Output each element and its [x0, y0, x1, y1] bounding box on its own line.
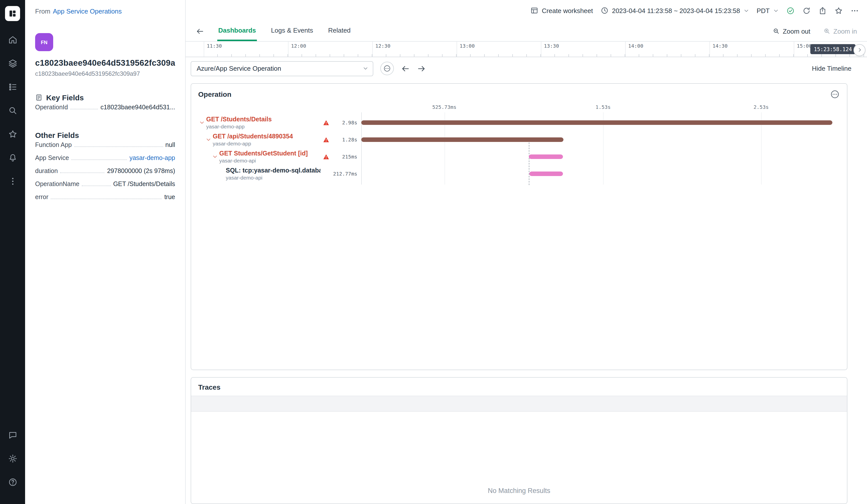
- span-row[interactable]: GET /Students/Details yasar-demo-app 2.9…: [191, 114, 847, 131]
- chevron-down-icon[interactable]: [206, 137, 213, 143]
- span-name[interactable]: SQL: tcp:yasar-demo-sql.databa...: [226, 167, 321, 174]
- span-row[interactable]: GET Students/GetStudent [id] yasar-demo-…: [191, 149, 847, 165]
- span-service: yasar-demo-app: [213, 141, 321, 147]
- prev-arrow-icon[interactable]: [401, 64, 410, 73]
- span-bar[interactable]: [529, 172, 563, 176]
- help-icon[interactable]: [4, 473, 21, 491]
- warning-icon: [323, 153, 331, 161]
- chat-icon[interactable]: [4, 426, 21, 443]
- page-subtitle: c18023baee940e64d5319562fc309a97: [35, 70, 175, 77]
- field-row-operationname: OperationName GET /Students/Details: [35, 180, 175, 191]
- span-duration: 212.77ms: [331, 171, 357, 177]
- span-row[interactable]: SQL: tcp:yasar-demo-sql.databa... yasar-…: [191, 165, 847, 183]
- span-name[interactable]: GET /Students/Details: [206, 116, 321, 123]
- span-bar[interactable]: [529, 155, 563, 159]
- card-menu-icon[interactable]: [830, 89, 840, 99]
- traces-card: Traces No Matching Results: [191, 377, 847, 504]
- field-row-duration: duration 2978000000 (2s 978ms): [35, 167, 175, 178]
- key-fields-heading: Key Fields: [35, 93, 175, 102]
- axis-tick: 525.73ms: [432, 104, 456, 110]
- warning-icon: [323, 136, 331, 143]
- tab-bar: Dashboards Logs & Events Related Zoom ou…: [186, 22, 867, 41]
- span-name[interactable]: GET Students/GetStudent [id]: [219, 150, 321, 157]
- field-row-app-service: App Service yasar-demo-app: [35, 154, 175, 165]
- breadcrumb-link[interactable]: App Service Operations: [53, 7, 122, 15]
- span-service: yasar-demo-app: [206, 124, 321, 130]
- trace-waterfall: 525.73ms 1.53s 2.53s GET /Students/Detai…: [191, 101, 847, 188]
- span-service: yasar-demo-api: [219, 158, 321, 164]
- dataset-select[interactable]: Azure/App Service Operation: [191, 61, 373, 76]
- field-row-operationid: OperationId c18023baee940e64d531...: [35, 104, 175, 115]
- tab-related[interactable]: Related: [327, 22, 352, 41]
- empty-state-text: No Matching Results: [191, 487, 847, 495]
- span-duration: 1.28s: [331, 137, 357, 143]
- chevron-down-icon: [363, 66, 368, 72]
- back-arrow-icon[interactable]: [196, 27, 204, 35]
- bell-icon[interactable]: [4, 149, 21, 166]
- app-service-link[interactable]: yasar-demo-app: [129, 154, 175, 162]
- span-bar[interactable]: [361, 121, 832, 125]
- tab-logs-events[interactable]: Logs & Events: [270, 22, 314, 41]
- settings-icon[interactable]: [4, 450, 21, 467]
- span-row[interactable]: GET /api/Students/4890354 yasar-demo-app…: [191, 131, 847, 149]
- top-header: Create worksheet 2023-04-04 11:23:58 ~ 2…: [186, 0, 867, 22]
- time-range-value: 2023-04-04 11:23:58 ~ 2023-04-04 15:23:5…: [612, 7, 740, 14]
- chevron-down-icon[interactable]: [212, 154, 219, 160]
- traces-toolbar: [191, 396, 847, 412]
- chevron-down-icon: [773, 8, 779, 13]
- axis-tick: 1.53s: [596, 104, 611, 110]
- avatar: FN: [35, 33, 53, 51]
- datasets-icon[interactable]: [4, 55, 21, 72]
- span-duration: 2.98s: [331, 120, 357, 125]
- app-logo-icon[interactable]: [5, 6, 20, 21]
- breadcrumb: From App Service Operations: [35, 0, 175, 22]
- check-circle-icon[interactable]: [786, 7, 795, 15]
- home-icon[interactable]: [4, 31, 21, 48]
- traces-card-title: Traces: [198, 383, 221, 392]
- minor-ticks: [204, 54, 867, 57]
- refresh-icon[interactable]: [802, 7, 811, 15]
- detail-panel: From App Service Operations FN c18023bae…: [25, 0, 186, 504]
- span-duration: 215ms: [331, 154, 357, 160]
- share-icon[interactable]: [818, 7, 827, 15]
- create-worksheet-button[interactable]: Create worksheet: [530, 7, 593, 15]
- cursor-time-badge: 15:23:58.124: [810, 44, 855, 54]
- operation-card: Operation 525.73ms 1.53s 2.53s: [191, 83, 847, 370]
- more-icon[interactable]: [4, 173, 21, 189]
- document-icon: [35, 94, 43, 101]
- zoom-in-icon: [823, 28, 831, 35]
- next-arrow-icon[interactable]: [417, 64, 426, 73]
- span-service: yasar-demo-api: [226, 175, 321, 181]
- chevron-down-icon[interactable]: [199, 120, 206, 125]
- time-range-picker[interactable]: 2023-04-04 11:23:58 ~ 2023-04-04 15:23:5…: [600, 7, 749, 15]
- zoom-out-icon: [773, 28, 780, 35]
- span-bar[interactable]: [361, 138, 564, 142]
- worksheets-icon[interactable]: [4, 78, 21, 95]
- span-name[interactable]: GET /api/Students/4890354: [213, 133, 321, 140]
- timeline-ruler[interactable]: 11:30 12:00 12:30 13:00 13:30 14:00 14:3…: [186, 41, 867, 57]
- chevron-down-icon: [743, 8, 749, 13]
- more-options-button[interactable]: [380, 62, 394, 76]
- other-fields-heading: Other Fields: [35, 131, 175, 140]
- app-window: From App Service Operations FN c18023bae…: [0, 0, 867, 504]
- worksheet-icon: [530, 7, 538, 15]
- field-row-function-app: Function App null: [35, 141, 175, 152]
- main-content: Create worksheet 2023-04-04 11:23:58 ~ 2…: [186, 0, 867, 504]
- chevron-right-icon[interactable]: [854, 44, 866, 56]
- star-icon[interactable]: [834, 7, 843, 15]
- field-row-error: error true: [35, 194, 175, 205]
- dataset-toolbar: Azure/App Service Operation Hide Timelin…: [191, 61, 852, 76]
- breadcrumb-prefix: From: [35, 7, 51, 15]
- axis-tick: 2.53s: [753, 104, 769, 110]
- clock-icon: [600, 7, 608, 15]
- tab-dashboards[interactable]: Dashboards: [217, 22, 257, 41]
- hide-timeline-button[interactable]: Hide Timeline: [812, 65, 852, 73]
- zoom-in-button[interactable]: Zoom in: [823, 27, 857, 35]
- star-icon[interactable]: [4, 125, 21, 142]
- timezone-picker[interactable]: PDT: [757, 7, 779, 14]
- ellipsis-icon[interactable]: [850, 7, 859, 15]
- search-icon[interactable]: [4, 102, 21, 119]
- nav-rail: [0, 0, 25, 504]
- warning-icon: [323, 119, 331, 127]
- zoom-out-button[interactable]: Zoom out: [773, 27, 810, 35]
